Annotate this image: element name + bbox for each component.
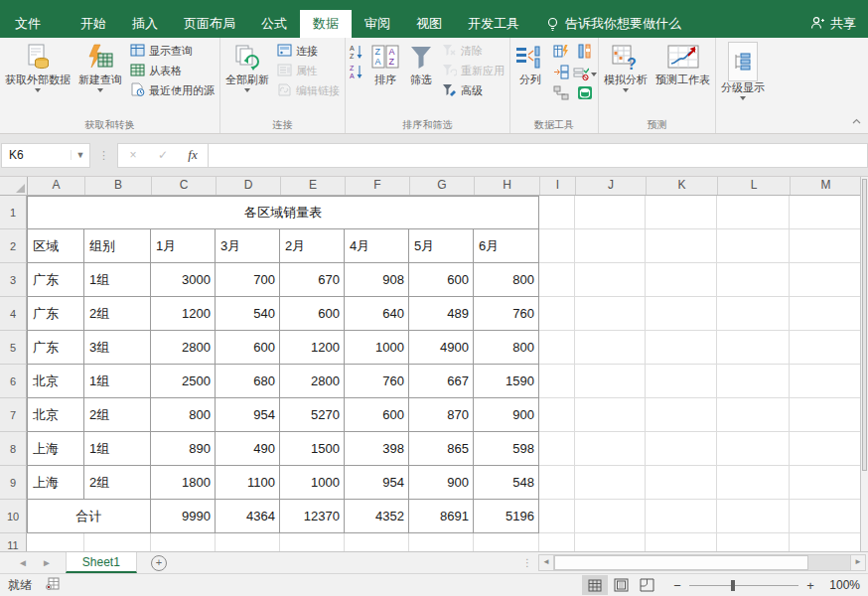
page-layout-view-button[interactable] xyxy=(608,575,634,595)
connections-button[interactable]: 连接 xyxy=(273,41,344,61)
horizontal-scrollbar[interactable]: ◄ ► xyxy=(538,552,866,573)
cell-A4[interactable]: 广东 xyxy=(27,297,84,331)
horizontal-scrollbar-thumb[interactable] xyxy=(554,555,808,570)
cell-E5[interactable]: 1200 xyxy=(280,331,345,365)
new-sheet-button[interactable]: + xyxy=(137,552,181,573)
cell-F7[interactable]: 600 xyxy=(345,398,409,432)
cell-F3[interactable]: 908 xyxy=(345,263,409,297)
menu-tab-developer[interactable]: 开发工具 xyxy=(455,10,532,38)
zoom-slider-handle[interactable] xyxy=(731,580,735,591)
cell-H10[interactable]: 5196 xyxy=(474,500,539,533)
row-header-6[interactable]: 6 xyxy=(0,365,27,398)
cell-M1[interactable] xyxy=(790,196,860,229)
cell-D3[interactable]: 700 xyxy=(216,263,280,297)
data-validation-button[interactable] xyxy=(573,67,597,81)
cell-A5[interactable]: 广东 xyxy=(27,331,84,365)
zoom-out-button[interactable]: − xyxy=(669,578,685,593)
cell-J6[interactable] xyxy=(575,365,646,398)
cell-E3[interactable]: 670 xyxy=(280,263,345,297)
cell-K11[interactable] xyxy=(646,533,717,551)
col-header-A[interactable]: A xyxy=(28,177,85,195)
relationships-button[interactable] xyxy=(553,85,569,104)
row-header-1[interactable]: 1 xyxy=(0,196,27,229)
tab-scrollbar-splitter[interactable]: ⋮ xyxy=(516,552,538,573)
cell-J2[interactable] xyxy=(575,229,646,263)
cell-C4[interactable]: 1200 xyxy=(151,297,216,331)
text-to-columns-button[interactable]: 分列 xyxy=(511,39,549,86)
menu-tab-page-layout[interactable]: 页面布局 xyxy=(171,10,248,38)
page-break-view-button[interactable] xyxy=(634,575,659,595)
cell-K7[interactable] xyxy=(646,398,717,432)
tell-me-box[interactable]: 告诉我你想要做什么 xyxy=(546,10,681,38)
col-header-G[interactable]: G xyxy=(410,177,475,195)
cell-A8[interactable]: 上海 xyxy=(27,432,84,466)
cell-F8[interactable]: 398 xyxy=(345,432,409,466)
cell-I6[interactable] xyxy=(539,365,575,398)
flash-fill-button[interactable] xyxy=(553,44,569,63)
cell-I2[interactable] xyxy=(539,229,575,263)
show-queries-button[interactable]: 显示查询 xyxy=(126,41,218,61)
cell-C6[interactable]: 2500 xyxy=(151,365,216,398)
cell-K9[interactable] xyxy=(646,466,717,500)
cell-K10[interactable] xyxy=(646,500,717,533)
cell-E8[interactable]: 1500 xyxy=(280,432,345,466)
cell-F6[interactable]: 760 xyxy=(345,365,409,398)
col-header-D[interactable]: D xyxy=(217,177,281,195)
cell-B9[interactable]: 2组 xyxy=(84,466,151,500)
cell-B5[interactable]: 3组 xyxy=(84,331,151,365)
cell-K1[interactable] xyxy=(646,196,717,229)
cell-L3[interactable] xyxy=(717,263,790,297)
cell-I3[interactable] xyxy=(539,263,575,297)
cell-G2[interactable]: 5月 xyxy=(409,229,474,263)
row-header-3[interactable]: 3 xyxy=(0,263,27,297)
row-header-7[interactable]: 7 xyxy=(0,398,27,432)
get-external-data-button[interactable]: 获取外部数据 xyxy=(1,39,74,93)
cell-D7[interactable]: 954 xyxy=(216,398,280,432)
col-header-B[interactable]: B xyxy=(85,177,152,195)
cell-L6[interactable] xyxy=(717,365,790,398)
advanced-filter-button[interactable]: 高级 xyxy=(438,80,508,100)
cell-K5[interactable] xyxy=(646,331,717,365)
cell-M9[interactable] xyxy=(790,466,860,500)
cell-E4[interactable]: 600 xyxy=(280,297,345,331)
cell-M8[interactable] xyxy=(790,432,860,466)
cell-A3[interactable]: 广东 xyxy=(27,263,84,297)
row-header-5[interactable]: 5 xyxy=(0,331,27,365)
col-header-C[interactable]: C xyxy=(152,177,217,195)
cell-L2[interactable] xyxy=(717,229,790,263)
cell-D9[interactable]: 1100 xyxy=(216,466,280,500)
cell-J11[interactable] xyxy=(575,533,646,551)
cell-K2[interactable] xyxy=(646,229,717,263)
menu-tab-view[interactable]: 视图 xyxy=(403,10,455,38)
hscroll-left-icon[interactable]: ◄ xyxy=(538,554,554,571)
cell-M6[interactable] xyxy=(790,365,860,398)
cell-L9[interactable] xyxy=(717,466,790,500)
new-query-button[interactable]: 新建查询 xyxy=(74,39,126,93)
cell-H4[interactable]: 760 xyxy=(474,297,539,331)
cell-I10[interactable] xyxy=(539,500,575,533)
cell-C7[interactable]: 800 xyxy=(151,398,216,432)
col-header-E[interactable]: E xyxy=(281,177,346,195)
cell-D11[interactable] xyxy=(216,533,280,551)
macro-record-icon[interactable] xyxy=(46,577,60,593)
consolidate-button[interactable] xyxy=(553,65,569,83)
cell-H11[interactable] xyxy=(474,533,539,551)
cell-M10[interactable] xyxy=(790,500,860,533)
cell-I7[interactable] xyxy=(539,398,575,432)
cell-I9[interactable] xyxy=(539,466,575,500)
row-header-11[interactable]: 11 xyxy=(0,533,27,551)
cell-E10[interactable]: 12370 xyxy=(280,500,345,533)
cell-M3[interactable] xyxy=(790,263,860,297)
select-all-corner[interactable] xyxy=(0,177,28,195)
cell-L1[interactable] xyxy=(717,196,790,229)
vertical-scrollbar[interactable] xyxy=(860,177,868,551)
sheet-tab-sheet1[interactable]: Sheet1 xyxy=(66,552,137,573)
cell-G4[interactable]: 489 xyxy=(409,297,474,331)
cell-F2[interactable]: 4月 xyxy=(345,229,409,263)
cell-F4[interactable]: 640 xyxy=(345,297,409,331)
cell-I8[interactable] xyxy=(539,432,575,466)
menu-tab-data[interactable]: 数据 xyxy=(300,10,352,38)
cell-B2[interactable]: 组别 xyxy=(84,229,151,263)
cell-E2[interactable]: 2月 xyxy=(280,229,345,263)
cell-K8[interactable] xyxy=(646,432,717,466)
